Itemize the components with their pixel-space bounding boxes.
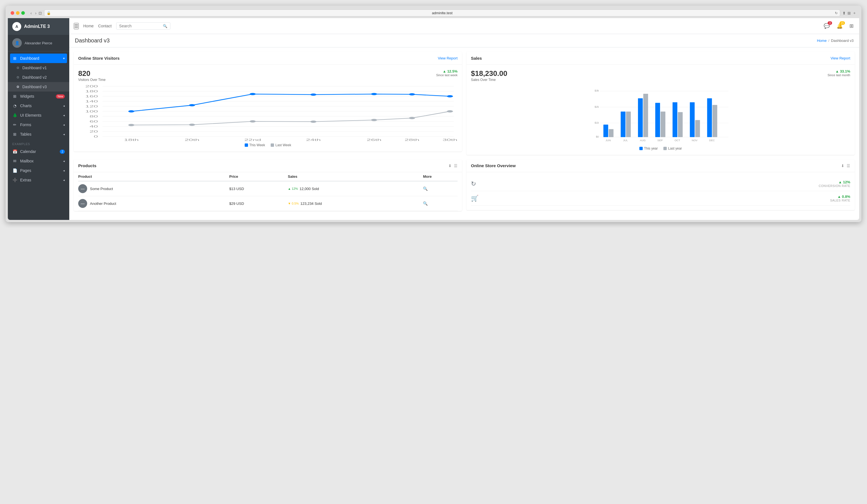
visitors-chart: 200 180 160 140 120 100 80 60 40 <box>78 85 458 141</box>
sales-view-report-link[interactable]: View Report <box>831 56 850 60</box>
sidebar-item-pages[interactable]: 📄 Pages ◂ <box>8 166 69 175</box>
charts-icon: ◔ <box>12 103 17 108</box>
chevron-left-icon: ◂ <box>63 104 65 108</box>
close-dot[interactable] <box>11 11 14 15</box>
sidebar-item-ui-elements[interactable]: 🌲 UI Elements ◂ <box>8 110 69 120</box>
svg-text:SEP: SEP <box>657 139 663 142</box>
sidebar-toggle[interactable]: ☰ <box>74 23 79 29</box>
overview-menu-button[interactable]: ☰ <box>847 164 850 168</box>
svg-point-23 <box>189 124 195 126</box>
sidebar-item-extras[interactable]: ➕ Extras ◂ <box>8 175 69 185</box>
visitors-card: Online Store Visitors View Report 820 Vi… <box>74 52 462 152</box>
sidebar-item-dashboard-v1[interactable]: Dashboard v1 <box>8 63 69 73</box>
nav-link-home[interactable]: Home <box>83 24 94 28</box>
minimize-dot[interactable] <box>16 11 20 15</box>
svg-text:$2k: $2k <box>595 105 599 108</box>
search-input[interactable] <box>119 24 161 28</box>
plus-icon: ➕ <box>12 178 17 182</box>
download-button[interactable]: ⬇ <box>448 164 452 168</box>
forward-button[interactable]: › <box>34 10 38 16</box>
share-button[interactable]: ⬆ <box>843 11 846 15</box>
sidebar-item-widgets[interactable]: ⊞ Widgets New <box>8 91 69 101</box>
svg-point-31 <box>250 93 256 95</box>
svg-point-26 <box>371 119 377 121</box>
calendar-icon: 📅 <box>12 149 17 154</box>
bar-jul-this-year <box>621 112 625 137</box>
sales-card-wrapper: Sales View Report $18,230.00 Sales Over … <box>467 52 855 155</box>
svg-text:DEC: DEC <box>709 139 715 142</box>
chevron-down-icon: ▾ <box>63 57 65 60</box>
svg-point-33 <box>371 93 377 95</box>
products-table: Product Price Sales More <box>78 172 458 211</box>
app-shell: A AdminLTE 3 👤 Alexander Pierce ⊞ Dashbo… <box>8 18 859 220</box>
visitors-view-report-link[interactable]: View Report <box>438 56 458 60</box>
svg-text:$1k: $1k <box>595 121 599 124</box>
refresh-icon[interactable]: ↻ <box>835 11 838 15</box>
sales-change: ▲ 33.1% Since last month <box>828 69 850 77</box>
svg-text:20: 20 <box>89 130 98 133</box>
sales-since: Since last month <box>828 73 850 77</box>
sidebar-item-dashboard-v2[interactable]: Dashboard v2 <box>8 73 69 82</box>
svg-point-32 <box>310 94 317 96</box>
sidebar-item-label: Forms <box>20 122 31 127</box>
sidebar-item-tables[interactable]: ⊞ Tables ◂ <box>8 130 69 139</box>
chevron-left-icon: ◂ <box>63 133 65 136</box>
row-1: Online Store Visitors View Report 820 Vi… <box>74 52 855 155</box>
browser-nav-buttons: ‹ › ⊡ <box>29 10 42 16</box>
menu-button[interactable]: ☰ <box>454 164 458 168</box>
sales-rate-label: SALES RATE <box>830 199 850 202</box>
notifications-button[interactable]: 🔔 15 <box>835 22 844 30</box>
apps-button[interactable]: ⊞ <box>848 22 855 30</box>
sidebar-brand: A AdminLTE 3 <box>8 18 69 35</box>
conversion-rate-label: CONVERSION RATE <box>819 184 850 187</box>
sidebar-item-charts[interactable]: ◔ Charts ◂ <box>8 101 69 110</box>
legend-dot-last-year <box>663 147 667 150</box>
edit-icon: ✏ <box>12 122 17 127</box>
messages-button[interactable]: 💬 3 <box>823 22 831 30</box>
sidebar-item-forms[interactable]: ✏ Forms ◂ <box>8 120 69 130</box>
circle-icon <box>17 67 19 69</box>
url-bar[interactable]: 🔒 adminlte.test ↻ <box>44 10 840 17</box>
browser-window: ‹ › ⊡ 🔒 adminlte.test ↻ ⬆ ⊞ ＋ A AdminLTE… <box>6 6 861 222</box>
sidebar-item-label: Dashboard v3 <box>22 85 47 89</box>
messages-badge: 3 <box>828 21 832 25</box>
visitors-card-title: Online Store Visitors <box>78 56 119 61</box>
sidebar-item-calendar[interactable]: 📅 Calendar 2 <box>8 147 69 156</box>
search-product-2-icon[interactable]: 🔍 <box>423 201 428 206</box>
sales-label: Sales Over Time <box>471 78 507 82</box>
sidebar-item-dashboard[interactable]: ⊞ Dashboard ▾ <box>10 54 67 63</box>
search-icon[interactable]: 🔍 <box>163 24 167 28</box>
visitors-count: 820 <box>78 69 106 78</box>
svg-text:20th: 20th <box>185 139 200 142</box>
nav-link-contact[interactable]: Contact <box>98 24 111 28</box>
search-form: 🔍 <box>116 22 170 30</box>
overview-stat-2-right: ▲ 0.8% SALES RATE <box>830 195 850 202</box>
top-navbar: ☰ Home Contact 🔍 💬 3 🔔 15 ⊞ <box>69 18 859 34</box>
svg-point-25 <box>310 121 317 123</box>
table-row: — Another Product $29 USD ▼ 0. <box>78 196 458 211</box>
sales-chart-svg: $3k $2k $1k $0 <box>471 88 850 144</box>
breadcrumb-home[interactable]: Home <box>817 39 827 43</box>
user-name: Alexander Pierce <box>24 41 52 45</box>
add-button[interactable]: ＋ <box>853 11 856 15</box>
svg-text:40: 40 <box>89 125 98 128</box>
widgets-icon: ⊞ <box>12 94 17 99</box>
search-product-1-icon[interactable]: 🔍 <box>423 186 428 191</box>
more-cell-1: 🔍 <box>423 181 458 196</box>
overview-download-button[interactable]: ⬇ <box>841 164 844 168</box>
sidebar-item-label: Pages <box>20 168 31 173</box>
bar-nov-this-year <box>690 102 695 137</box>
new-tab-button[interactable]: ⊞ <box>847 11 851 15</box>
sales-cell-2: ▼ 0.5% 123,234 Sold <box>288 196 423 211</box>
calendar-badge: 2 <box>60 150 65 154</box>
svg-text:0: 0 <box>94 135 98 138</box>
price-cell-2: $29 USD <box>229 196 288 211</box>
sidebar-item-mailbox[interactable]: ✉ Mailbox ◂ <box>8 156 69 166</box>
bar-jul-last-year <box>626 112 631 137</box>
maximize-dot[interactable] <box>21 11 25 15</box>
window-button[interactable]: ⊡ <box>39 10 42 16</box>
product-cell-1: — Some Product <box>78 181 229 196</box>
sales-chart-legend: This year Last year <box>471 144 850 151</box>
back-button[interactable]: ‹ <box>29 10 33 16</box>
sidebar-item-dashboard-v3[interactable]: Dashboard v3 <box>8 82 69 91</box>
